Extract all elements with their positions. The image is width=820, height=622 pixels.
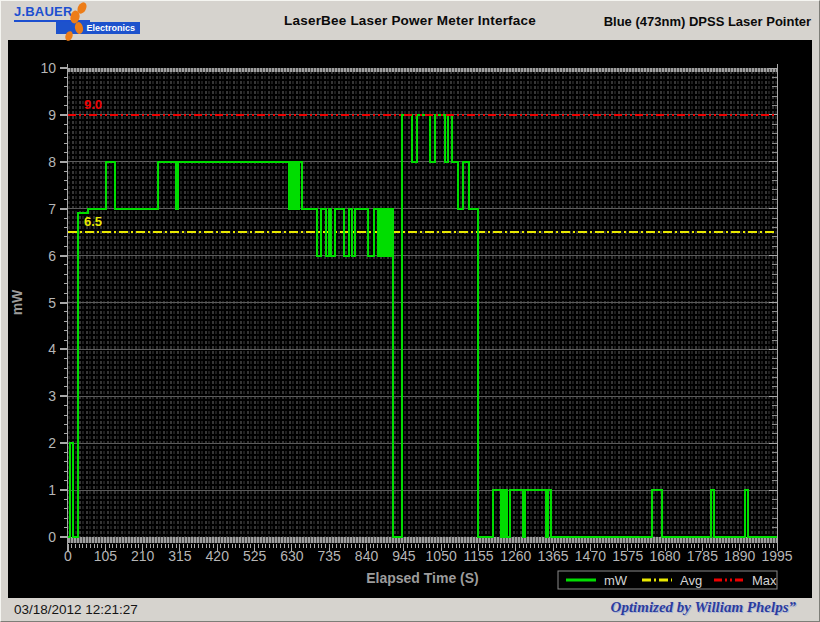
x-tick-label: 1785 bbox=[687, 548, 718, 564]
x-tick-label: 1155 bbox=[463, 548, 493, 564]
x-tick-label: 1890 bbox=[724, 548, 755, 564]
y-tick-label: 1 bbox=[48, 482, 56, 498]
y-tick-label: 3 bbox=[48, 388, 56, 404]
jbauer-logo: J.BAUER Electronics bbox=[14, 4, 138, 38]
x-tick-label: 105 bbox=[94, 548, 118, 564]
plot-area bbox=[68, 68, 777, 543]
header: J.BAUER Electronics LaserBee Laser Power… bbox=[0, 0, 820, 40]
x-tick-label: 0 bbox=[64, 548, 72, 564]
y-tick-label: 9 bbox=[48, 107, 56, 123]
max-value-label: 9.0 bbox=[84, 97, 102, 112]
x-tick-label: 315 bbox=[168, 548, 192, 564]
y-tick-label: 4 bbox=[48, 341, 56, 357]
y-axis-title: mW bbox=[9, 289, 25, 315]
logo-flame-icon bbox=[60, 2, 94, 42]
legend-label-mw: mW bbox=[604, 573, 628, 588]
x-tick-label: 525 bbox=[243, 548, 267, 564]
plot-top-edge bbox=[68, 68, 777, 72]
x-tick-label: 945 bbox=[392, 548, 416, 564]
app-title: LaserBee Laser Power Meter Interface bbox=[284, 13, 536, 28]
chart-region: 0123456789100105210315420525630735840945… bbox=[8, 40, 812, 598]
timestamp: 03/18/2012 12:21:27 bbox=[14, 602, 138, 617]
status-bar: 03/18/2012 12:21:27 Optimized by William… bbox=[0, 598, 820, 622]
x-tick-label: 1470 bbox=[575, 548, 606, 564]
y-tick-label: 2 bbox=[48, 435, 56, 451]
power-chart: 0123456789100105210315420525630735840945… bbox=[8, 40, 812, 598]
x-tick-label: 1995 bbox=[761, 548, 792, 564]
laser-description: Blue (473nm) DPSS Laser Pointer bbox=[604, 14, 811, 29]
y-tick-label: 7 bbox=[48, 201, 56, 217]
x-tick-label: 1680 bbox=[649, 548, 680, 564]
x-tick-label: 630 bbox=[280, 548, 304, 564]
x-tick-label: 735 bbox=[318, 548, 342, 564]
y-tick-label: 10 bbox=[40, 60, 56, 76]
x-tick-label: 1365 bbox=[538, 548, 569, 564]
x-tick-label: 210 bbox=[131, 548, 155, 564]
x-tick-label: 1260 bbox=[500, 548, 531, 564]
x-tick-label: 1050 bbox=[426, 548, 457, 564]
y-tick-label: 0 bbox=[48, 529, 56, 545]
x-axis-title: Elapsed Time (S) bbox=[366, 570, 479, 586]
avg-value-label: 6.5 bbox=[84, 214, 102, 229]
x-tick-label: 840 bbox=[355, 548, 379, 564]
legend-label-avg: Avg bbox=[680, 573, 702, 588]
credit-text: Optimized by William Phelps” bbox=[611, 599, 796, 616]
y-tick-label: 6 bbox=[48, 248, 56, 264]
y-tick-label: 5 bbox=[48, 295, 56, 311]
y-tick-label: 8 bbox=[48, 154, 56, 170]
x-tick-label: 1575 bbox=[612, 548, 643, 564]
legend-label-max: Max bbox=[752, 573, 777, 588]
x-tick-label: 420 bbox=[206, 548, 230, 564]
